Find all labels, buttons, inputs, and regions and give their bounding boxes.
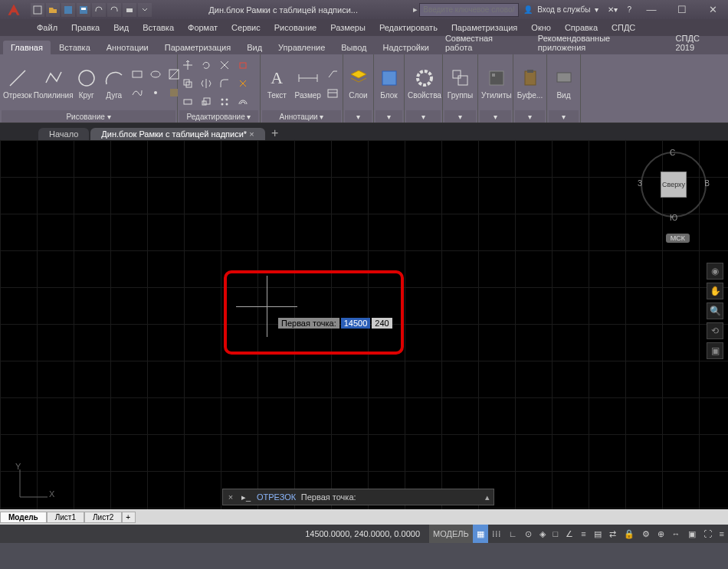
ribtab-anno[interactable]: Аннотации — [99, 41, 156, 54]
qat-save-icon[interactable] — [61, 3, 75, 17]
dynamic-input-x[interactable]: 14500 — [341, 318, 371, 329]
nav-showmotion-icon[interactable]: ▣ — [707, 342, 723, 359]
menu-format[interactable]: Формат — [182, 21, 224, 34]
cmdline-history-icon[interactable]: ▴ — [481, 492, 494, 502]
ribtab-addins[interactable]: Надстройки — [375, 41, 437, 54]
rotate-icon[interactable] — [198, 57, 215, 74]
scale-icon[interactable] — [198, 93, 215, 110]
qat-print-icon[interactable] — [123, 3, 136, 17]
table-icon[interactable] — [324, 85, 341, 102]
doctab-current[interactable]: Дин.блок Рамки с таблицей надписи* × — [90, 128, 264, 140]
props-button[interactable]: Свойства — [406, 64, 443, 103]
ribtab-output[interactable]: Вывод — [333, 41, 374, 54]
status-annmonitor-icon[interactable]: ⊕ — [654, 525, 668, 543]
status-polar-icon[interactable]: ⊙ — [521, 525, 536, 543]
new-tab-button[interactable]: + — [267, 126, 284, 140]
doctab-close-icon[interactable]: × — [249, 129, 254, 139]
cmdline-close-icon[interactable]: × — [223, 492, 238, 502]
viewcube-w[interactable]: З — [638, 179, 642, 188]
status-workspace-icon[interactable]: ⚙ — [638, 525, 654, 543]
modeltab-model[interactable]: Модель — [0, 512, 47, 523]
command-line[interactable]: × ▸_ ОТРЕЗОК Первая точка: ▴ — [222, 489, 494, 505]
status-units-icon[interactable]: ↔ — [668, 525, 684, 543]
status-ortho-icon[interactable]: ∟ — [505, 525, 521, 543]
nav-pan-icon[interactable]: ✋ — [707, 283, 723, 299]
status-otrack-icon[interactable]: ∠ — [562, 525, 577, 543]
maximize-button[interactable]: ☐ — [667, 0, 697, 19]
point-icon[interactable] — [147, 84, 164, 101]
status-cycling-icon[interactable]: ⇄ — [605, 525, 620, 543]
status-annoscale-icon[interactable]: 🔒 — [620, 525, 638, 543]
panel-anno-title[interactable]: Аннотации ▾ — [262, 110, 341, 123]
status-customize-icon[interactable]: ≡ — [716, 525, 728, 543]
close-button[interactable]: ✕ — [697, 0, 728, 19]
menu-edit[interactable]: Правка — [65, 21, 106, 34]
account-area[interactable]: 👤 Вход в службы ▾ — [519, 5, 603, 14]
array-icon[interactable] — [216, 93, 233, 110]
status-model-button[interactable]: МОДЕЛЬ — [429, 525, 473, 543]
status-transparency-icon[interactable]: ▤ — [590, 525, 605, 543]
app-logo[interactable] — [0, 0, 28, 19]
rect-icon[interactable] — [129, 66, 146, 83]
doctab-start[interactable]: Начало — [38, 128, 89, 140]
ribtab-view[interactable]: Вид — [239, 41, 270, 54]
status-snap-icon[interactable]: ⁞⁞⁞ — [488, 525, 505, 543]
help-icon[interactable]: ? — [622, 5, 636, 14]
explode-icon[interactable] — [234, 75, 251, 92]
move-icon[interactable] — [179, 57, 196, 74]
arc-button[interactable]: Дуга — [101, 64, 127, 103]
mirror-icon[interactable] — [198, 75, 215, 92]
nav-zoom-icon[interactable]: 🔍 — [707, 302, 723, 319]
qat-saveas-icon[interactable] — [77, 3, 90, 17]
ribtab-spds[interactable]: СПДС 2019 — [668, 31, 728, 54]
cmdline-text[interactable]: ОТРЕЗОК Первая точка: — [254, 492, 481, 502]
menu-file[interactable]: Файл — [31, 21, 64, 34]
ribtab-featured[interactable]: Рекомендованные приложения — [530, 31, 667, 54]
line-button[interactable]: Отрезок — [2, 64, 34, 103]
clipboard-button[interactable]: Буфе... — [515, 64, 545, 103]
status-grid-icon[interactable]: ▦ — [473, 525, 488, 543]
exchange-icon[interactable]: ✕▾ — [603, 5, 622, 14]
panel-edit-title[interactable]: Редактирование ▾ — [179, 110, 258, 123]
groups-button[interactable]: Группы — [444, 64, 476, 103]
view-button[interactable]: Вид — [549, 64, 579, 103]
viewcube-face[interactable]: Сверху — [661, 172, 687, 198]
nav-wheel-icon[interactable]: ◉ — [707, 263, 723, 280]
view-cube[interactable]: Сверху С Ю В З — [641, 152, 707, 217]
ellipse-icon[interactable] — [147, 66, 164, 83]
modeltab-add[interactable]: + — [122, 512, 136, 523]
viewcube-n[interactable]: С — [670, 149, 675, 157]
circle-button[interactable]: Круг — [74, 64, 100, 103]
ribtab-collab[interactable]: Совместная работа — [438, 31, 530, 54]
qat-more-icon[interactable] — [138, 3, 152, 17]
utils-button[interactable]: Утилиты — [480, 64, 513, 103]
block-button[interactable]: Блок — [375, 64, 402, 103]
ribtab-insert[interactable]: Вставка — [51, 41, 98, 54]
menu-view[interactable]: Вид — [107, 21, 135, 34]
erase-icon[interactable] — [234, 57, 251, 74]
status-lwt-icon[interactable]: ≡ — [577, 525, 589, 543]
trim-icon[interactable] — [216, 57, 233, 74]
viewcube-e[interactable]: В — [704, 179, 710, 188]
status-isodraft-icon[interactable]: ◈ — [536, 525, 549, 543]
ribtab-param[interactable]: Параметризация — [157, 41, 238, 54]
panel-draw-title[interactable]: Рисование ▾ — [2, 110, 175, 123]
copy-icon[interactable] — [179, 75, 196, 92]
drawing-canvas[interactable]: Первая точка: 14500 240 Y X Сверху С Ю В… — [0, 140, 728, 525]
spline-icon[interactable] — [129, 84, 146, 101]
modeltab-sheet2[interactable]: Лист2 — [84, 512, 122, 523]
leader-icon[interactable] — [324, 65, 341, 82]
offset-icon[interactable] — [234, 93, 251, 110]
nav-orbit-icon[interactable]: ⟲ — [707, 322, 723, 339]
minimize-button[interactable]: — — [636, 0, 667, 19]
modeltab-sheet1[interactable]: Лист1 — [47, 512, 84, 523]
menu-dim[interactable]: Размеры — [324, 21, 372, 34]
viewcube-s[interactable]: Ю — [670, 214, 677, 222]
qat-new-icon[interactable] — [31, 3, 44, 17]
menu-modify[interactable]: Редактировать — [373, 21, 444, 34]
qat-open-icon[interactable] — [46, 3, 60, 17]
ribtab-home[interactable]: Главная — [3, 41, 51, 54]
menu-insert[interactable]: Вставка — [136, 21, 180, 34]
qat-redo-icon[interactable] — [107, 3, 121, 17]
stretch-icon[interactable] — [179, 93, 196, 110]
